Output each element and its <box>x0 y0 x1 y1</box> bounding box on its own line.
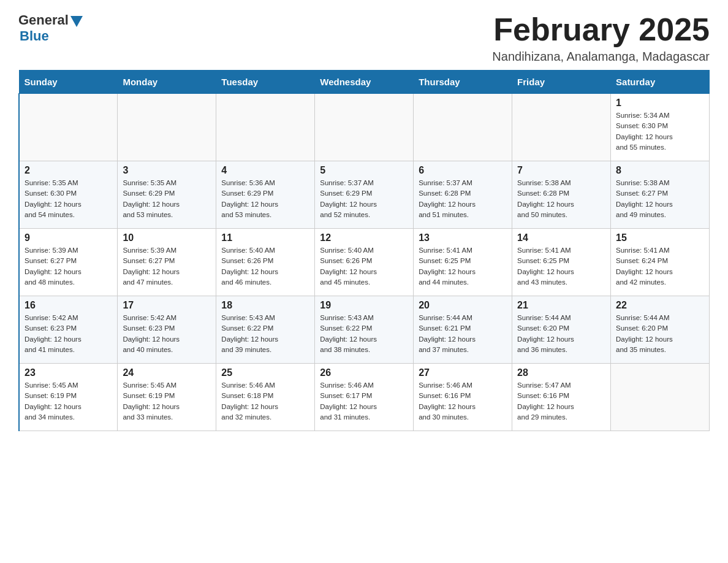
weekday-header-tuesday: Tuesday <box>216 71 315 94</box>
day-info: Sunrise: 5:38 AMSunset: 6:27 PMDaylight:… <box>616 178 704 220</box>
calendar-cell: 25Sunrise: 5:46 AMSunset: 6:18 PMDayligh… <box>216 364 315 431</box>
week-row-5: 23Sunrise: 5:45 AMSunset: 6:19 PMDayligh… <box>19 364 710 431</box>
day-info: Sunrise: 5:37 AMSunset: 6:28 PMDaylight:… <box>419 178 507 220</box>
day-info: Sunrise: 5:35 AMSunset: 6:30 PMDaylight:… <box>25 178 112 220</box>
calendar-cell <box>118 94 216 161</box>
day-info: Sunrise: 5:44 AMSunset: 6:20 PMDaylight:… <box>616 313 704 355</box>
calendar-cell: 22Sunrise: 5:44 AMSunset: 6:20 PMDayligh… <box>611 296 710 364</box>
day-info: Sunrise: 5:39 AMSunset: 6:27 PMDaylight:… <box>123 245 211 288</box>
day-number: 21 <box>517 300 605 311</box>
calendar-cell: 26Sunrise: 5:46 AMSunset: 6:17 PMDayligh… <box>315 364 414 431</box>
day-number: 18 <box>221 300 309 311</box>
calendar-cell <box>216 94 315 161</box>
calendar-cell: 2Sunrise: 5:35 AMSunset: 6:30 PMDaylight… <box>19 161 118 229</box>
day-info: Sunrise: 5:38 AMSunset: 6:28 PMDaylight:… <box>517 178 605 220</box>
weekday-header-thursday: Thursday <box>414 71 512 94</box>
calendar-cell <box>19 94 118 161</box>
weekday-header-saturday: Saturday <box>611 71 710 94</box>
day-info: Sunrise: 5:35 AMSunset: 6:29 PMDaylight:… <box>123 178 211 220</box>
day-number: 16 <box>25 300 112 311</box>
week-row-2: 2Sunrise: 5:35 AMSunset: 6:30 PMDaylight… <box>19 161 710 229</box>
calendar-cell <box>512 94 611 161</box>
day-number: 7 <box>517 165 605 176</box>
day-number: 10 <box>123 232 211 243</box>
logo-arrow-icon <box>70 16 83 27</box>
week-row-4: 16Sunrise: 5:42 AMSunset: 6:23 PMDayligh… <box>19 296 710 364</box>
day-info: Sunrise: 5:45 AMSunset: 6:19 PMDaylight:… <box>123 380 211 423</box>
day-info: Sunrise: 5:40 AMSunset: 6:26 PMDaylight:… <box>221 245 309 288</box>
calendar-cell: 19Sunrise: 5:43 AMSunset: 6:22 PMDayligh… <box>315 296 414 364</box>
day-info: Sunrise: 5:41 AMSunset: 6:25 PMDaylight:… <box>517 245 605 288</box>
calendar-cell: 1Sunrise: 5:34 AMSunset: 6:30 PMDaylight… <box>611 94 710 161</box>
day-info: Sunrise: 5:34 AMSunset: 6:30 PMDaylight:… <box>616 110 704 153</box>
day-number: 11 <box>221 232 309 243</box>
day-number: 13 <box>419 232 507 243</box>
day-number: 3 <box>123 165 211 176</box>
day-number: 25 <box>221 367 309 378</box>
month-title: February 2025 <box>492 12 710 47</box>
day-number: 24 <box>123 367 211 378</box>
page-header: General Blue February 2025 Nandihizana, … <box>18 12 710 64</box>
day-info: Sunrise: 5:42 AMSunset: 6:23 PMDaylight:… <box>25 313 112 355</box>
calendar-cell: 6Sunrise: 5:37 AMSunset: 6:28 PMDaylight… <box>414 161 512 229</box>
calendar-cell: 14Sunrise: 5:41 AMSunset: 6:25 PMDayligh… <box>512 229 611 296</box>
weekday-header-wednesday: Wednesday <box>315 71 414 94</box>
calendar-cell: 24Sunrise: 5:45 AMSunset: 6:19 PMDayligh… <box>118 364 216 431</box>
day-number: 27 <box>419 367 507 378</box>
day-number: 26 <box>320 367 408 378</box>
week-row-3: 9Sunrise: 5:39 AMSunset: 6:27 PMDaylight… <box>19 229 710 296</box>
weekday-header-row: SundayMondayTuesdayWednesdayThursdayFrid… <box>19 71 710 94</box>
day-number: 5 <box>320 165 408 176</box>
day-number: 6 <box>419 165 507 176</box>
day-number: 28 <box>517 367 605 378</box>
calendar-cell: 27Sunrise: 5:46 AMSunset: 6:16 PMDayligh… <box>414 364 512 431</box>
day-info: Sunrise: 5:47 AMSunset: 6:16 PMDaylight:… <box>517 380 605 423</box>
calendar-cell <box>611 364 710 431</box>
day-info: Sunrise: 5:45 AMSunset: 6:19 PMDaylight:… <box>25 380 112 423</box>
day-info: Sunrise: 5:36 AMSunset: 6:29 PMDaylight:… <box>221 178 309 220</box>
calendar-table: SundayMondayTuesdayWednesdayThursdayFrid… <box>18 70 710 431</box>
weekday-header-sunday: Sunday <box>19 71 118 94</box>
calendar-cell: 9Sunrise: 5:39 AMSunset: 6:27 PMDaylight… <box>19 229 118 296</box>
calendar-cell: 13Sunrise: 5:41 AMSunset: 6:25 PMDayligh… <box>414 229 512 296</box>
calendar-cell: 10Sunrise: 5:39 AMSunset: 6:27 PMDayligh… <box>118 229 216 296</box>
day-info: Sunrise: 5:43 AMSunset: 6:22 PMDaylight:… <box>320 313 408 355</box>
day-info: Sunrise: 5:46 AMSunset: 6:17 PMDaylight:… <box>320 380 408 423</box>
calendar-cell: 21Sunrise: 5:44 AMSunset: 6:20 PMDayligh… <box>512 296 611 364</box>
day-info: Sunrise: 5:44 AMSunset: 6:21 PMDaylight:… <box>419 313 507 355</box>
day-info: Sunrise: 5:44 AMSunset: 6:20 PMDaylight:… <box>517 313 605 355</box>
weekday-header-monday: Monday <box>118 71 216 94</box>
calendar-cell: 23Sunrise: 5:45 AMSunset: 6:19 PMDayligh… <box>19 364 118 431</box>
day-number: 22 <box>616 300 704 311</box>
calendar-cell: 3Sunrise: 5:35 AMSunset: 6:29 PMDaylight… <box>118 161 216 229</box>
calendar-cell: 4Sunrise: 5:36 AMSunset: 6:29 PMDaylight… <box>216 161 315 229</box>
day-number: 9 <box>25 232 112 243</box>
calendar-cell: 8Sunrise: 5:38 AMSunset: 6:27 PMDaylight… <box>611 161 710 229</box>
title-area: February 2025 Nandihizana, Analamanga, M… <box>492 12 710 64</box>
calendar-cell: 5Sunrise: 5:37 AMSunset: 6:29 PMDaylight… <box>315 161 414 229</box>
calendar-cell: 17Sunrise: 5:42 AMSunset: 6:23 PMDayligh… <box>118 296 216 364</box>
day-number: 2 <box>25 165 112 176</box>
calendar-cell: 28Sunrise: 5:47 AMSunset: 6:16 PMDayligh… <box>512 364 611 431</box>
calendar-cell: 16Sunrise: 5:42 AMSunset: 6:23 PMDayligh… <box>19 296 118 364</box>
calendar-cell: 7Sunrise: 5:38 AMSunset: 6:28 PMDaylight… <box>512 161 611 229</box>
day-number: 20 <box>419 300 507 311</box>
logo-general-text: General <box>18 12 69 28</box>
logo: General Blue <box>18 12 83 45</box>
day-info: Sunrise: 5:41 AMSunset: 6:25 PMDaylight:… <box>419 245 507 288</box>
weekday-header-friday: Friday <box>512 71 611 94</box>
day-info: Sunrise: 5:46 AMSunset: 6:18 PMDaylight:… <box>221 380 309 423</box>
day-number: 8 <box>616 165 704 176</box>
calendar-cell: 12Sunrise: 5:40 AMSunset: 6:26 PMDayligh… <box>315 229 414 296</box>
day-number: 15 <box>616 232 704 243</box>
day-info: Sunrise: 5:40 AMSunset: 6:26 PMDaylight:… <box>320 245 408 288</box>
calendar-cell: 20Sunrise: 5:44 AMSunset: 6:21 PMDayligh… <box>414 296 512 364</box>
day-info: Sunrise: 5:37 AMSunset: 6:29 PMDaylight:… <box>320 178 408 220</box>
calendar-cell: 15Sunrise: 5:41 AMSunset: 6:24 PMDayligh… <box>611 229 710 296</box>
day-number: 1 <box>616 98 704 109</box>
day-info: Sunrise: 5:43 AMSunset: 6:22 PMDaylight:… <box>221 313 309 355</box>
calendar-cell <box>315 94 414 161</box>
week-row-1: 1Sunrise: 5:34 AMSunset: 6:30 PMDaylight… <box>19 94 710 161</box>
day-info: Sunrise: 5:42 AMSunset: 6:23 PMDaylight:… <box>123 313 211 355</box>
day-number: 4 <box>221 165 309 176</box>
